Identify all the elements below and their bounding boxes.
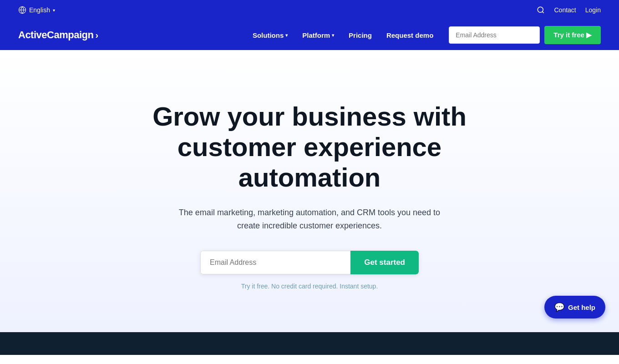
- nav-links: Solutions ▾ Platform ▾ Pricing Request d…: [246, 28, 440, 43]
- solutions-chevron-icon: ▾: [285, 33, 288, 38]
- chevron-down-icon: ▾: [53, 8, 55, 13]
- platform-chevron-icon: ▾: [332, 33, 334, 38]
- request-demo-link[interactable]: Request demo: [380, 28, 440, 43]
- contact-link[interactable]: Contact: [554, 6, 576, 14]
- get-started-label: Get started: [364, 258, 405, 267]
- search-button[interactable]: [537, 6, 545, 14]
- search-icon: [537, 6, 545, 14]
- solutions-label: Solutions: [253, 31, 284, 39]
- pricing-label: Pricing: [349, 31, 372, 39]
- hero-section: Grow your business with customer experie…: [0, 50, 619, 332]
- try-free-button[interactable]: Try it free ▶: [544, 26, 601, 44]
- svg-point-1: [538, 7, 543, 12]
- hero-email-input[interactable]: [200, 251, 350, 274]
- utility-right: Contact Login: [537, 6, 601, 14]
- hero-subtitle: The email marketing, marketing automatio…: [173, 206, 446, 233]
- get-help-label: Get help: [568, 303, 595, 311]
- footer-bar: [0, 332, 619, 355]
- solutions-nav-link[interactable]: Solutions ▾: [246, 28, 294, 43]
- platform-label: Platform: [302, 31, 330, 39]
- language-label: English: [29, 6, 50, 14]
- get-started-button[interactable]: Get started: [350, 251, 419, 274]
- hero-title: Grow your business with customer experie…: [114, 101, 505, 192]
- pricing-nav-link[interactable]: Pricing: [342, 28, 378, 43]
- logo[interactable]: ActiveCampaign ›: [18, 29, 98, 41]
- nav-email-input[interactable]: [449, 26, 540, 44]
- logo-arrow: ›: [95, 30, 98, 40]
- try-free-label: Try it free ▶: [553, 31, 592, 39]
- logo-text: ActiveCampaign: [18, 29, 93, 41]
- globe-icon: [18, 6, 26, 14]
- platform-nav-link[interactable]: Platform ▾: [296, 28, 340, 43]
- chat-icon: 💬: [554, 302, 564, 312]
- language-selector[interactable]: English ▾: [18, 6, 55, 14]
- hero-form: Get started: [200, 251, 419, 274]
- hero-note: Try it free. No credit card required. In…: [241, 283, 378, 290]
- browser-frame: English ▾ Contact Login ActiveCampaign ›…: [0, 0, 619, 364]
- main-nav: ActiveCampaign › Solutions ▾ Platform ▾ …: [0, 20, 619, 50]
- login-link[interactable]: Login: [585, 6, 601, 14]
- get-help-button[interactable]: 💬 Get help: [544, 296, 605, 318]
- utility-bar: English ▾ Contact Login: [0, 0, 619, 20]
